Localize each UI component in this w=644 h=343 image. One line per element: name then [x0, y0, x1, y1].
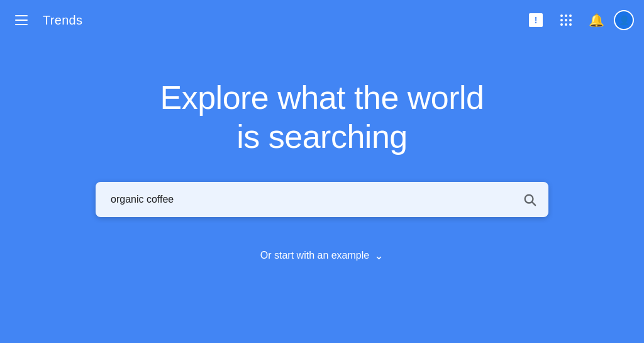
apps-grid-icon: [560, 14, 572, 26]
apps-button[interactable]: [553, 8, 579, 33]
avatar-icon: 👤: [619, 15, 630, 25]
hero-title: Explore what the world is searching: [160, 78, 484, 157]
bell-icon: 🔔: [589, 13, 604, 28]
search-button[interactable]: [518, 188, 541, 211]
hero-title-line1: Explore what the world: [160, 79, 484, 116]
svg-line-1: [532, 202, 535, 205]
main-content: Explore what the world is searching Or s…: [0, 40, 644, 262]
feedback-icon: !: [529, 13, 543, 27]
menu-icon[interactable]: [10, 10, 33, 30]
avatar[interactable]: 👤: [614, 10, 634, 30]
search-container: [96, 182, 548, 217]
header-right: ! 🔔 👤: [523, 8, 634, 33]
header: Trends ! 🔔 👤: [0, 0, 644, 40]
app-title: Trends: [43, 13, 82, 28]
search-input[interactable]: [96, 182, 548, 217]
hero-title-line2: is searching: [236, 118, 407, 155]
feedback-button[interactable]: !: [523, 8, 548, 33]
notifications-button[interactable]: 🔔: [584, 8, 609, 33]
example-link[interactable]: Or start with an example ⌄: [260, 249, 384, 262]
example-link-text: Or start with an example: [260, 250, 369, 261]
search-icon: [523, 193, 536, 206]
header-left: Trends: [10, 10, 82, 30]
chevron-down-icon: ⌄: [374, 249, 384, 262]
